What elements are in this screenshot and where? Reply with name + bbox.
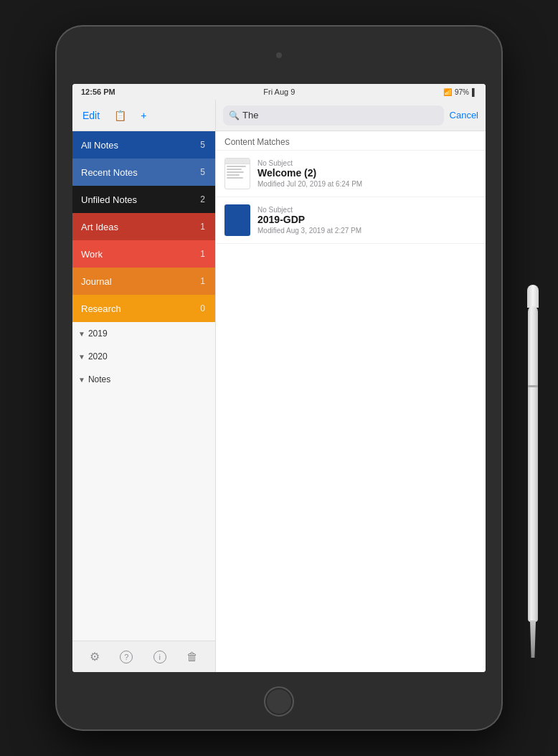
unfiled-notes-count: 2 [200, 194, 205, 204]
cancel-button[interactable]: Cancel [450, 110, 478, 121]
new-note-button[interactable]: + [138, 108, 149, 123]
sidebar-section-2019[interactable]: ▼ 2019 [72, 322, 215, 345]
sidebar-section-notes[interactable]: ▼ Notes [72, 368, 215, 391]
unfiled-notes-label: Unfiled Notes [81, 194, 137, 205]
settings-icon[interactable]: ⚙ [90, 650, 100, 663]
chevron-2019-icon: ▼ [78, 330, 85, 338]
compose-icon[interactable]: 📋 [111, 108, 129, 123]
edit-button[interactable]: Edit [80, 108, 103, 123]
trash-icon[interactable]: 🗑 [186, 651, 198, 663]
recent-notes-label: Recent Notes [81, 167, 138, 178]
ipad-device: 12:56 PM Fri Aug 9 📶 97% ▌ Edit 📋 + A [57, 27, 501, 729]
sidebar-item-all-notes[interactable]: All Notes 5 [72, 131, 215, 159]
pencil-body [528, 306, 538, 622]
note-date-welcome: Modified Jul 20, 2019 at 6:24 PM [257, 180, 477, 188]
content-panel: 🔍 Cancel Content Matches [216, 100, 486, 672]
sidebar-item-work[interactable]: Work 1 [72, 240, 215, 268]
section-notes-label: Notes [88, 374, 110, 384]
work-label: Work [81, 249, 103, 260]
status-bar: 12:56 PM Fri Aug 9 📶 97% ▌ [72, 84, 486, 100]
camera-cutout [276, 52, 282, 58]
section-2019-label: 2019 [88, 329, 108, 339]
sidebar-footer: ⚙ ? i 🗑 [72, 641, 215, 672]
sidebar-item-research[interactable]: Research 0 [72, 295, 215, 322]
note-date-gdp: Modified Aug 3, 2019 at 2:27 PM [257, 227, 477, 235]
app-container: Edit 📋 + All Notes 5 Recent Notes 5 [72, 100, 486, 672]
all-notes-label: All Notes [81, 140, 118, 151]
battery-pct: 97% [455, 88, 469, 96]
research-count: 0 [200, 303, 205, 313]
sidebar-toolbar: Edit 📋 + [72, 100, 215, 131]
chevron-notes-icon: ▼ [78, 376, 85, 384]
ipad-screen: 12:56 PM Fri Aug 9 📶 97% ▌ Edit 📋 + A [72, 84, 486, 672]
recent-notes-count: 5 [200, 167, 205, 177]
section-2020-label: 2020 [88, 351, 108, 362]
help-icon[interactable]: ? [120, 651, 133, 663]
sidebar-section-2020[interactable]: ▼ 2020 [72, 345, 215, 368]
sidebar-item-art-ideas[interactable]: Art Ideas 1 [72, 213, 215, 240]
journal-label: Journal [81, 276, 112, 287]
content-matches-label: Content Matches [216, 131, 486, 151]
apple-pencil [525, 285, 541, 658]
wifi-icon: 📶 [443, 88, 452, 96]
art-ideas-label: Art Ideas [81, 222, 118, 232]
status-indicators: 📶 97% ▌ [443, 88, 477, 96]
note-title-welcome: Welcome (2) [257, 167, 477, 179]
note-thumbnail-welcome [224, 158, 250, 189]
sidebar: Edit 📋 + All Notes 5 Recent Notes 5 [72, 100, 216, 672]
note-thumbnail-gdp [224, 204, 250, 236]
note-item-gdp[interactable]: No Subject 2019-GDP Modified Aug 3, 2019… [216, 197, 486, 244]
note-info-gdp: No Subject 2019-GDP Modified Aug 3, 2019… [257, 206, 477, 235]
sidebar-list: All Notes 5 Recent Notes 5 Unfiled Notes… [72, 131, 215, 641]
info-icon[interactable]: i [153, 651, 166, 663]
home-button[interactable] [264, 686, 294, 717]
status-time: 12:56 PM [81, 88, 115, 96]
all-notes-count: 5 [200, 140, 205, 150]
note-subject-welcome: No Subject [257, 159, 477, 167]
chevron-2020-icon: ▼ [78, 353, 85, 361]
search-input-wrapper[interactable]: 🔍 [223, 105, 444, 126]
note-subject-gdp: No Subject [257, 206, 477, 214]
journal-count: 1 [200, 276, 205, 286]
search-input[interactable] [242, 110, 438, 121]
note-title-gdp: 2019-GDP [257, 214, 477, 225]
search-bar: 🔍 Cancel [216, 100, 486, 131]
pencil-cap [527, 285, 539, 308]
search-magnifier-icon: 🔍 [229, 110, 240, 121]
notes-list: No Subject Welcome (2) Modified Jul 20, … [216, 151, 486, 672]
work-count: 1 [200, 249, 205, 259]
pencil-band [528, 385, 538, 387]
status-date: Fri Aug 9 [263, 88, 295, 96]
research-label: Research [81, 303, 121, 314]
sidebar-item-unfiled-notes[interactable]: Unfiled Notes 2 [72, 186, 215, 213]
pencil-tip [530, 620, 536, 658]
sidebar-item-journal[interactable]: Journal 1 [72, 268, 215, 295]
art-ideas-count: 1 [200, 222, 205, 232]
battery-icon: ▌ [472, 88, 477, 96]
note-info-welcome: No Subject Welcome (2) Modified Jul 20, … [257, 159, 477, 188]
sidebar-item-recent-notes[interactable]: Recent Notes 5 [72, 159, 215, 186]
note-item-welcome[interactable]: No Subject Welcome (2) Modified Jul 20, … [216, 151, 486, 197]
